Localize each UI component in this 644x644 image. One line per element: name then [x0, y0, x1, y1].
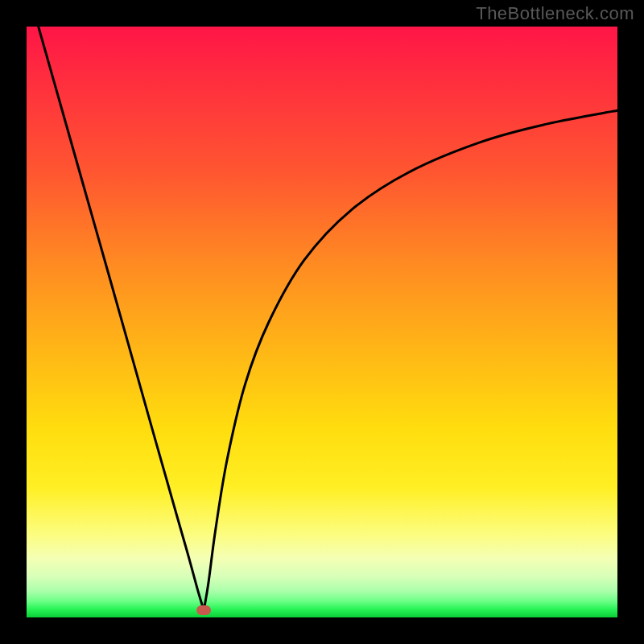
curve-svg	[27, 27, 617, 617]
curve-right-branch	[204, 110, 617, 610]
chart-container: TheBottleneck.com	[0, 0, 644, 644]
plot-area	[27, 27, 617, 617]
minimum-marker	[196, 605, 211, 615]
watermark-text: TheBottleneck.com	[476, 3, 634, 24]
curve-left-branch	[39, 27, 204, 610]
